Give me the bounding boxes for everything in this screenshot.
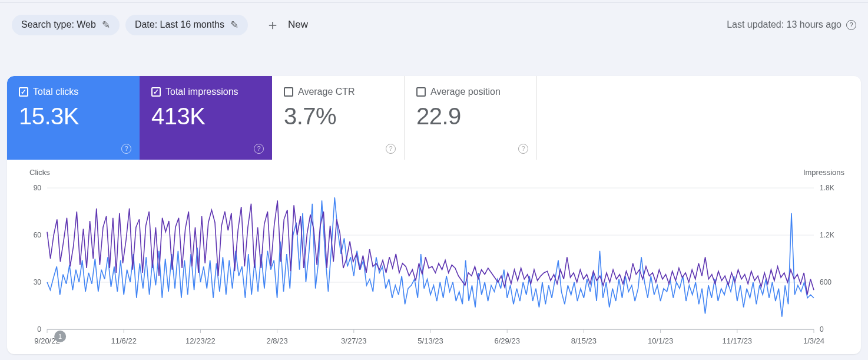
svg-text:0: 0 [37,325,41,333]
metric-impressions[interactable]: Total impressions 413K ? [140,76,272,160]
filter-left: Search type: Web ✎ Date: Last 16 months … [12,11,314,38]
metric-label: Average position [430,87,501,97]
svg-text:1.2K: 1.2K [820,231,834,239]
right-axis-label: Impressions [803,168,844,177]
svg-text:10/1/23: 10/1/23 [648,336,673,345]
metric-ctr[interactable]: Average CTR 3.7% ? [272,76,405,160]
svg-text:30: 30 [34,278,42,286]
date-chip[interactable]: Date: Last 16 months ✎ [125,15,248,35]
filter-bar: Search type: Web ✎ Date: Last 16 months … [0,3,868,41]
last-updated: Last updated: 13 hours ago ? [727,19,856,30]
help-icon[interactable]: ? [121,144,131,154]
help-icon[interactable]: ? [254,144,264,154]
help-icon[interactable]: ? [386,144,396,154]
checkbox-icon [284,87,293,97]
svg-text:1.8K: 1.8K [820,184,834,192]
left-axis-label: Clicks [29,168,50,177]
new-label: New [288,19,308,31]
help-icon[interactable]: ? [518,144,528,154]
svg-text:3/27/23: 3/27/23 [341,336,366,345]
edit-icon: ✎ [102,19,110,31]
svg-text:1: 1 [58,333,62,340]
svg-text:12/23/22: 12/23/22 [185,336,216,345]
metric-label: Total impressions [165,87,238,97]
plus-icon: ＋ [266,15,280,34]
svg-text:6/29/23: 6/29/23 [495,336,520,345]
metric-label: Average CTR [298,87,355,97]
line-chart: 030609006001.2K1.8K9/20/2211/6/2212/23/2… [19,176,849,353]
metric-tabs: Total clicks 15.3K ? Total impressions 4… [7,76,861,160]
svg-text:90: 90 [34,184,42,192]
metric-value: 15.3K [19,103,129,130]
svg-text:5/13/23: 5/13/23 [418,336,443,345]
svg-text:11/6/22: 11/6/22 [111,336,137,345]
search-type-label: Search type: Web [21,19,96,30]
performance-card: Total clicks 15.3K ? Total impressions 4… [7,76,861,354]
metric-value: 22.9 [416,103,526,130]
help-icon[interactable]: ? [846,20,856,30]
metric-value: 413K [151,103,261,130]
metric-clicks[interactable]: Total clicks 15.3K ? [7,76,140,160]
checkbox-icon [416,87,426,97]
metric-label: Total clicks [33,87,78,97]
metric-position[interactable]: Average position 22.9 ? [405,76,537,160]
checkbox-icon [19,87,28,97]
checkbox-icon [151,87,161,97]
search-type-chip[interactable]: Search type: Web ✎ [12,15,120,35]
svg-text:1/3/24: 1/3/24 [803,336,824,345]
edit-icon: ✎ [230,19,238,31]
svg-text:600: 600 [820,278,831,286]
svg-text:2/8/23: 2/8/23 [267,336,288,345]
date-label: Date: Last 16 months [135,19,224,30]
metric-value: 3.7% [284,103,393,130]
svg-text:8/15/23: 8/15/23 [571,336,597,345]
last-updated-text: Last updated: 13 hours ago [727,19,842,30]
svg-text:11/17/23: 11/17/23 [722,336,752,345]
new-filter-button[interactable]: ＋ New [260,11,314,38]
svg-text:60: 60 [34,231,42,239]
chart-area: Clicks Impressions 030609006001.2K1.8K9/… [7,160,861,354]
svg-text:0: 0 [820,325,824,333]
